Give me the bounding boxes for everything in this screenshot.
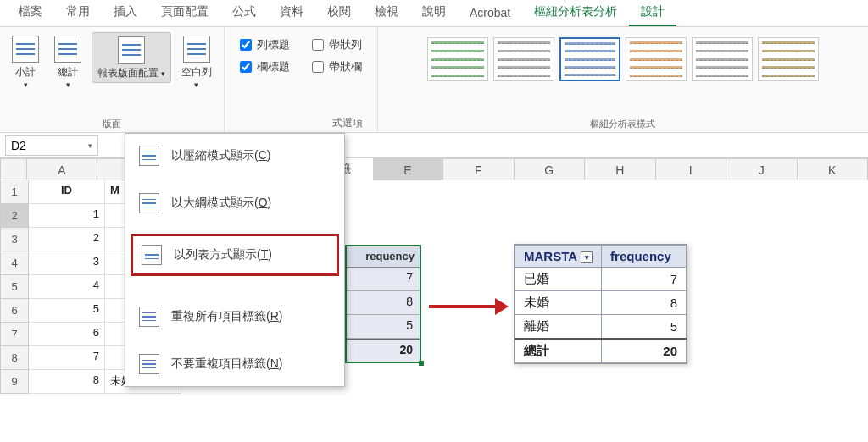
pivot-cell[interactable]: 離婚 — [515, 315, 602, 340]
cell[interactable]: 1 — [29, 204, 105, 228]
pivot-cell[interactable]: 5 — [346, 315, 420, 339]
col-header[interactable]: I — [656, 158, 726, 180]
menu-label: 不要重複項目標籤(N) — [171, 356, 282, 372]
cell[interactable]: 6 — [29, 323, 105, 346]
menu-outline[interactable]: 以大綱模式顯示(O) — [125, 185, 344, 222]
menu-label: 重複所有項目標籤(R) — [171, 309, 282, 324]
menu-label: 以壓縮模式顯示(C) — [171, 148, 270, 163]
grandtotals-icon — [54, 36, 81, 63]
col-headers-checkbox[interactable] — [240, 61, 252, 73]
style-swatch[interactable] — [626, 37, 687, 81]
menu-compressed[interactable]: 以壓縮模式顯示(C) — [125, 137, 344, 174]
select-all-corner[interactable] — [0, 158, 27, 180]
row-header[interactable]: 1 — [0, 180, 29, 204]
layout-icon — [142, 245, 162, 265]
selection-handle[interactable] — [419, 361, 424, 366]
pivot-cell[interactable]: 8 — [346, 291, 420, 315]
col-headers-label: 欄標題 — [257, 59, 290, 75]
row-header[interactable]: 6 — [0, 299, 29, 323]
style-swatch[interactable] — [692, 37, 753, 81]
cell[interactable]: ID — [29, 180, 105, 204]
tab-view[interactable]: 檢視 — [363, 0, 410, 26]
filter-dropdown-icon[interactable]: ▾ — [581, 251, 593, 263]
pivot-cell[interactable]: 7 — [346, 268, 420, 291]
options-group-suffix: 式選項 — [332, 116, 363, 130]
blank-rows-button[interactable]: 空白列▾ — [176, 32, 217, 94]
cell[interactable]: 3 — [29, 251, 105, 275]
pivot-cell[interactable]: 7 — [602, 268, 687, 291]
cell[interactable]: 7 — [29, 346, 105, 370]
menu-repeat-labels[interactable]: 重複所有項目標籤(R) — [125, 298, 344, 335]
pivot-header[interactable]: requency — [346, 246, 420, 268]
tab-home[interactable]: 常用 — [54, 0, 102, 26]
grandtotals-button[interactable]: 總計▾ — [49, 32, 86, 94]
style-swatch[interactable] — [493, 37, 554, 81]
cell[interactable]: 5 — [29, 299, 105, 323]
col-header[interactable]: E — [373, 158, 443, 180]
row-header[interactable]: 3 — [0, 228, 29, 251]
pivot-col-marsta[interactable]: MARSTA▾ — [515, 246, 602, 268]
ribbon: 小計▾ 總計▾ 報表版面配置 ▾ 空白列▾ 版面 列標題 欄標題 帶 — [0, 27, 868, 133]
cell[interactable]: 2 — [29, 228, 105, 251]
pivot-table-result: MARSTA▾ frequency 已婚7 未婚8 離婚5 總計20 — [514, 244, 687, 364]
row-headers-label: 列標題 — [257, 37, 290, 52]
menu-no-repeat-labels[interactable]: 不要重複項目標籤(N) — [125, 345, 344, 383]
tab-insert[interactable]: 插入 — [102, 0, 149, 26]
col-header[interactable]: F — [443, 158, 514, 180]
layout-icon — [139, 146, 159, 166]
report-layout-menu: 以壓縮模式顯示(C) 以大綱模式顯示(O) 以列表方式顯示(T) 重複所有項目標… — [125, 133, 345, 387]
cell[interactable]: 4 — [29, 275, 105, 299]
tab-formulas[interactable]: 公式 — [220, 0, 268, 26]
banded-rows-checkbox[interactable] — [312, 39, 324, 51]
col-header[interactable]: G — [515, 158, 585, 180]
tab-acrobat[interactable]: Acrobat — [458, 1, 522, 26]
row-header[interactable]: 2 — [0, 204, 29, 228]
col-header[interactable]: A — [27, 158, 97, 180]
subtotals-icon — [12, 36, 39, 63]
row-header[interactable]: 8 — [0, 346, 29, 370]
group-styles: 樞紐分析表樣式 — [378, 27, 868, 132]
menu-label: 以列表方式顯示(T) — [174, 247, 272, 262]
pivot-cell[interactable]: 總計 — [515, 339, 602, 363]
tab-review[interactable]: 校閱 — [315, 0, 363, 26]
group-layout-label: 版面 — [103, 116, 121, 130]
row-header[interactable]: 7 — [0, 323, 29, 346]
chevron-down-icon: ▾ — [88, 141, 92, 150]
row-header[interactable]: 5 — [0, 275, 29, 299]
col-header[interactable]: J — [726, 158, 797, 180]
report-layout-button[interactable]: 報表版面配置 ▾ — [92, 32, 171, 83]
pivot-table-partial: requency 7 8 5 20 — [346, 246, 420, 362]
pivot-cell[interactable]: 5 — [602, 315, 687, 340]
banded-cols-checkbox[interactable] — [312, 61, 324, 73]
menu-tabular[interactable]: 以列表方式顯示(T) — [131, 234, 339, 276]
subtotals-button[interactable]: 小計▾ — [7, 32, 44, 94]
pivot-cell[interactable]: 未婚 — [515, 291, 602, 315]
name-box[interactable]: D2▾ — [5, 135, 98, 156]
ribbon-tabs: 檔案 常用 插入 頁面配置 公式 資料 校閱 檢視 說明 Acrobat 樞紐分… — [0, 0, 868, 27]
pivot-col-frequency[interactable]: frequency — [602, 246, 687, 268]
row-headers-checkbox[interactable] — [240, 39, 252, 51]
style-swatch[interactable] — [427, 37, 488, 81]
group-styles-label: 樞紐分析表樣式 — [590, 116, 655, 130]
group-layout: 小計▾ 總計▾ 報表版面配置 ▾ 空白列▾ 版面 — [0, 27, 225, 132]
row-header[interactable]: 9 — [0, 370, 29, 394]
pivot-cell[interactable]: 已婚 — [515, 268, 602, 291]
tab-design[interactable]: 設計 — [629, 0, 676, 26]
tab-page-layout[interactable]: 頁面配置 — [149, 0, 220, 26]
tab-file[interactable]: 檔案 — [7, 0, 54, 26]
tab-data[interactable]: 資料 — [268, 0, 315, 26]
tab-pivot-analyze[interactable]: 樞紐分析表分析 — [522, 0, 629, 26]
pivot-cell[interactable]: 20 — [346, 339, 420, 362]
layout-icon — [139, 307, 159, 327]
tab-help[interactable]: 說明 — [410, 0, 458, 26]
style-swatch[interactable] — [559, 37, 620, 81]
row-header[interactable]: 4 — [0, 251, 29, 275]
style-swatch[interactable] — [758, 37, 819, 81]
cell[interactable]: 8 — [29, 370, 105, 394]
pivot-cell[interactable]: 20 — [602, 339, 687, 363]
arrow-icon — [429, 305, 497, 308]
pivot-cell[interactable]: 8 — [602, 291, 687, 315]
col-header[interactable]: H — [585, 158, 655, 180]
col-header[interactable]: K — [798, 158, 868, 180]
banded-rows-label: 帶狀列 — [329, 37, 362, 52]
